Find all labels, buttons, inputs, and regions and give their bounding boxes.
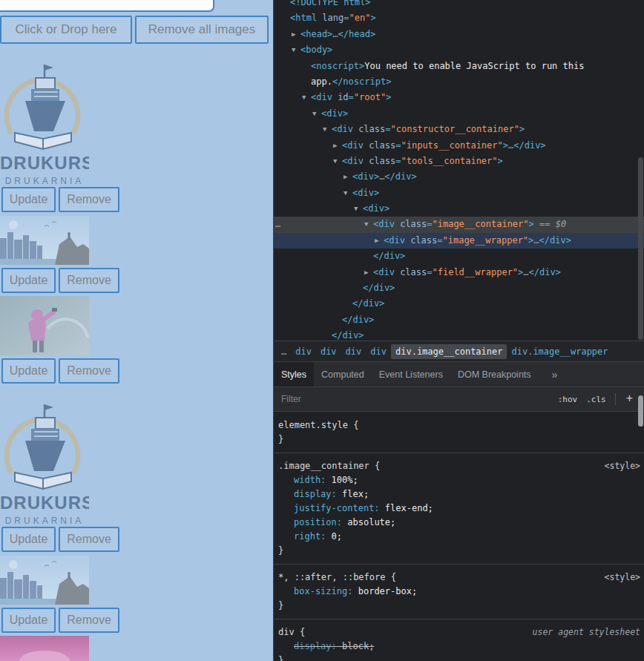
dom-node[interactable]: </div>: [274, 249, 644, 264]
dom-node[interactable]: ▶<div class="inputs__container">…</div>: [274, 138, 644, 154]
sidebar-tabs: Styles Computed Event Listeners DOM Brea…: [274, 361, 644, 387]
css-property[interactable]: display: block;: [278, 639, 640, 654]
update-button[interactable]: Update: [1, 268, 56, 293]
update-button[interactable]: Update: [1, 358, 56, 384]
dom-node[interactable]: ▼<div id="root">: [274, 90, 644, 105]
node-text: "inputs__container": [401, 140, 502, 151]
ship-logo-graphic: [0, 385, 89, 493]
tab-computed[interactable]: Computed: [314, 362, 372, 387]
expand-icon[interactable]: ▶: [344, 169, 352, 185]
new-style-rule-button[interactable]: +: [620, 392, 639, 407]
dom-node[interactable]: <!DOCTYPE html>: [274, 0, 644, 10]
styles-scrollbar-thumb[interactable]: [638, 395, 643, 427]
remove-button[interactable]: Remove: [59, 608, 119, 633]
dom-node[interactable]: <noscript>You need to enable JavaScript …: [274, 59, 644, 74]
dom-node[interactable]: ▶<div class="image__wrapper">…</div>: [274, 233, 644, 249]
dom-node[interactable]: ▼<div>: [274, 106, 644, 122]
cls-toggle[interactable]: .cls: [582, 392, 611, 407]
node-text: …: [332, 29, 338, 39]
css-property[interactable]: position: absolute;: [278, 516, 640, 530]
expand-icon[interactable]: ▶: [292, 27, 300, 42]
breadcrumb-item[interactable]: div: [291, 344, 316, 359]
node-text: >: [498, 156, 503, 166]
node-text: "tools__container": [401, 156, 497, 166]
breadcrumb-item[interactable]: div.image__container: [391, 344, 507, 359]
node-menu-icon[interactable]: …: [275, 217, 280, 232]
css-selector[interactable]: *, ::after, ::before: [278, 572, 386, 582]
breadcrumb-item[interactable]: …: [277, 344, 291, 359]
dom-node[interactable]: ▼<div>: [274, 201, 644, 217]
remove-button[interactable]: Remove: [59, 527, 119, 552]
dom-node[interactable]: ▶<head>…</head>: [274, 27, 644, 42]
css-selector[interactable]: element.style: [278, 420, 348, 430]
tab-event-listeners[interactable]: Event Listeners: [372, 362, 450, 387]
remove-all-images-button[interactable]: Remove all images: [135, 16, 269, 44]
collapse-icon[interactable]: ▼: [354, 201, 363, 217]
more-tabs-icon[interactable]: »: [545, 362, 565, 387]
dom-node[interactable]: ▼<div class="constructor__container">: [274, 122, 644, 137]
css-property[interactable]: box-sizing: border-box;: [278, 585, 640, 599]
dom-node[interactable]: app.</noscript>: [274, 74, 644, 90]
collapse-icon[interactable]: ▼: [302, 90, 311, 105]
css-property[interactable]: display: flex;: [278, 487, 640, 501]
gallery-image-person: [0, 296, 89, 355]
breadcrumb-item[interactable]: div: [366, 344, 391, 359]
stylesheet-origin-link[interactable]: <style>: [605, 570, 640, 585]
node-text: You need to enable JavaScript to run thi…: [364, 61, 584, 71]
dom-node[interactable]: ▶<div class="field__wrapper">…</div>: [274, 265, 644, 280]
node-text: <div: [342, 140, 369, 151]
css-selector[interactable]: .image__container: [278, 461, 369, 471]
image-actions-row: Update Remove: [1, 527, 273, 552]
collapse-icon[interactable]: ▼: [292, 42, 300, 58]
dom-node[interactable]: <html lang="en">: [274, 10, 644, 26]
image-actions-row: Update Remove: [1, 187, 273, 212]
dom-node[interactable]: ▼<div class="tools__container">: [274, 154, 644, 169]
image-actions-row: Update Remove: [1, 268, 273, 293]
elements-scrollbar-thumb[interactable]: [638, 157, 643, 340]
tab-dom-breakpoints[interactable]: DOM Breakpoints: [450, 362, 539, 387]
breadcrumb-item[interactable]: div: [341, 344, 367, 359]
dom-node[interactable]: …▼<div class="image__container"> == $0: [274, 217, 644, 232]
devtools-panel: <!DOCTYPE html><html lang="en">▶<head>…<…: [273, 0, 644, 661]
dom-node[interactable]: </div>: [274, 280, 644, 296]
breadcrumb-item[interactable]: div.image__wrapper: [507, 344, 612, 359]
dom-node[interactable]: </div>: [274, 328, 644, 341]
breadcrumb-item[interactable]: div: [316, 344, 341, 359]
dom-node[interactable]: </div>: [274, 312, 644, 328]
update-button[interactable]: Update: [1, 527, 56, 552]
image-actions-row: Update Remove: [1, 358, 273, 384]
dom-node[interactable]: ▼<body>: [274, 42, 644, 58]
tab-styles[interactable]: Styles: [274, 362, 314, 387]
expand-icon[interactable]: ▶: [333, 138, 342, 154]
upload-input-partial[interactable]: [0, 0, 214, 12]
css-property[interactable]: right: 0;: [278, 530, 640, 544]
stylesheet-origin-link[interactable]: <style>: [605, 459, 640, 473]
elements-tree: <!DOCTYPE html><html lang="en">▶<head>…<…: [274, 0, 644, 341]
update-button[interactable]: Update: [1, 187, 56, 212]
dom-node[interactable]: </div>: [274, 296, 644, 312]
css-selector[interactable]: div: [278, 627, 295, 637]
logo-title: DRUKURS: [0, 153, 89, 174]
css-property[interactable]: width: 100%;: [278, 473, 640, 487]
collapse-icon[interactable]: ▼: [312, 106, 321, 122]
collapse-icon[interactable]: ▼: [333, 154, 342, 169]
hov-toggle[interactable]: :hov: [553, 392, 582, 407]
css-property[interactable]: justify-content: flex-end;: [278, 501, 640, 516]
remove-button[interactable]: Remove: [59, 268, 119, 293]
update-button[interactable]: Update: [1, 608, 56, 633]
dom-node[interactable]: ▶<div>…</div>: [274, 169, 644, 185]
expand-icon[interactable]: ▶: [364, 265, 373, 280]
node-text: …: [523, 267, 528, 277]
remove-button[interactable]: Remove: [59, 187, 119, 212]
dom-node[interactable]: ▼<div>: [274, 185, 644, 201]
click-or-drop-button[interactable]: Click or Drop here: [0, 16, 132, 44]
collapse-icon[interactable]: ▼: [344, 185, 352, 201]
node-text: <div>: [363, 203, 390, 214]
collapse-icon[interactable]: ▼: [323, 122, 332, 137]
node-text: =: [344, 13, 349, 23]
collapse-icon[interactable]: ▼: [364, 217, 373, 232]
remove-button[interactable]: Remove: [59, 358, 119, 384]
expand-icon[interactable]: ▶: [375, 233, 384, 249]
node-text: =: [349, 93, 354, 103]
styles-filter-input[interactable]: [280, 393, 553, 405]
